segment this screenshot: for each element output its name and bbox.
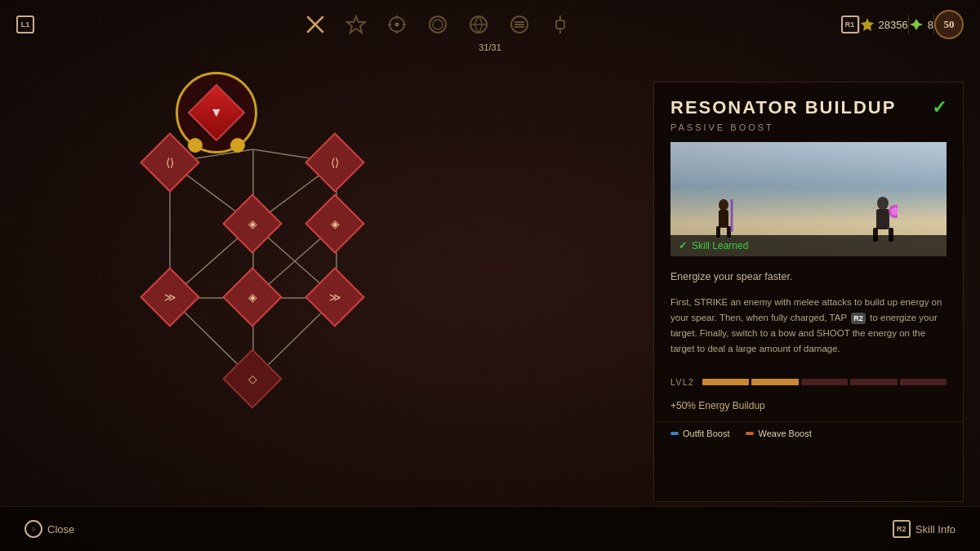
level-bonus-text: +50% Energy Buildup bbox=[654, 400, 963, 421]
skill-title: RESONATOR BUILDUP bbox=[654, 82, 963, 122]
weave-boost-dot bbox=[746, 432, 754, 435]
close-label: Close bbox=[47, 523, 74, 535]
learned-text: Skill Learned bbox=[692, 240, 748, 251]
skill-info-label: Skill Info bbox=[915, 523, 956, 535]
hud-left: L1 bbox=[16, 16, 34, 33]
nav-icon-weapons[interactable] bbox=[302, 11, 328, 38]
r1-button[interactable]: R1 bbox=[841, 16, 859, 33]
skill-preview-image: ✓ Skill Learned bbox=[670, 142, 947, 256]
learned-check: ✓ bbox=[679, 240, 687, 251]
tree-container: ▼ ⟨⟩ ⟨⟩ ◈ ◈ ≫ ◈ ≫ bbox=[98, 68, 408, 492]
svg-marker-2 bbox=[347, 16, 365, 33]
svg-point-4 bbox=[395, 23, 399, 26]
skill-counter: 31/31 bbox=[479, 42, 501, 52]
skill-short-desc: Energize your spear faster. bbox=[670, 269, 947, 285]
skill-tree-area: ▼ ⟨⟩ ⟨⟩ ◈ ◈ ≫ ◈ ≫ bbox=[24, 57, 482, 502]
stat-resource: 8 bbox=[909, 17, 933, 32]
r2-inline-badge: R2 bbox=[851, 313, 866, 324]
skill-long-desc: First, STRIKE an enemy with melee attack… bbox=[670, 295, 947, 357]
svg-marker-20 bbox=[861, 18, 874, 31]
weave-boost-item: Weave Boost bbox=[746, 429, 811, 438]
outfit-boost-dot bbox=[670, 432, 679, 435]
skill-learned-badge: ✓ Skill Learned bbox=[670, 235, 947, 256]
level-pip-5 bbox=[900, 379, 947, 385]
svg-point-9 bbox=[430, 16, 446, 33]
central-gem[interactable]: ▼ bbox=[172, 68, 261, 158]
svg-rect-17 bbox=[556, 20, 564, 29]
skill-detail-panel: RESONATOR BUILDUP PASSIVE BOOST ✓ bbox=[653, 82, 964, 502]
skill-info-hint[interactable]: R2 Skill Info bbox=[893, 520, 956, 538]
l1-button[interactable]: L1 bbox=[16, 16, 34, 33]
nav-icon-target[interactable] bbox=[384, 11, 410, 38]
skill-check-icon: ✓ bbox=[932, 97, 947, 118]
svg-marker-21 bbox=[910, 19, 923, 30]
level-row: LVL2 bbox=[670, 377, 947, 387]
skill-level-section: LVL2 bbox=[654, 377, 963, 400]
nav-icon-extra[interactable] bbox=[547, 11, 573, 38]
nav-icon-coin[interactable] bbox=[425, 11, 451, 38]
skill-info-button[interactable]: R2 bbox=[893, 520, 911, 538]
level-pip-1 bbox=[702, 379, 749, 385]
hud-top-bar: L1 bbox=[0, 0, 980, 49]
panel-header: RESONATOR BUILDUP PASSIVE BOOST ✓ bbox=[654, 82, 963, 142]
r1-hint[interactable]: R1 bbox=[841, 16, 859, 33]
svg-point-10 bbox=[433, 20, 443, 29]
skill-subtitle: PASSIVE BOOST bbox=[654, 122, 963, 142]
bottom-hud-bar: ○ Close R2 Skill Info bbox=[0, 506, 980, 551]
hud-center-nav bbox=[34, 11, 841, 38]
outfit-boost-item: Outfit Boost bbox=[670, 429, 729, 438]
stat-coins: 28356 bbox=[860, 17, 908, 32]
level-pip-4 bbox=[850, 379, 897, 385]
level-bar bbox=[702, 379, 947, 385]
weave-boost-label: Weave Boost bbox=[758, 429, 811, 438]
level-badge: 50 bbox=[934, 10, 964, 39]
skill-descriptions: Energize your spear faster. First, STRIK… bbox=[654, 256, 963, 377]
close-button[interactable]: ○ bbox=[24, 520, 42, 538]
l1-hint[interactable]: L1 bbox=[16, 16, 34, 33]
outfit-boost-label: Outfit Boost bbox=[683, 429, 729, 438]
level-label: LVL2 bbox=[670, 377, 694, 387]
nav-icon-map[interactable] bbox=[466, 11, 492, 38]
nav-icon-menu[interactable] bbox=[506, 11, 532, 38]
nav-icon-skills[interactable] bbox=[343, 11, 369, 38]
level-pip-3 bbox=[801, 379, 848, 385]
level-pip-2 bbox=[751, 379, 798, 385]
boost-legend: Outfit Boost Weave Boost bbox=[654, 421, 963, 445]
close-hint[interactable]: ○ Close bbox=[24, 520, 74, 538]
